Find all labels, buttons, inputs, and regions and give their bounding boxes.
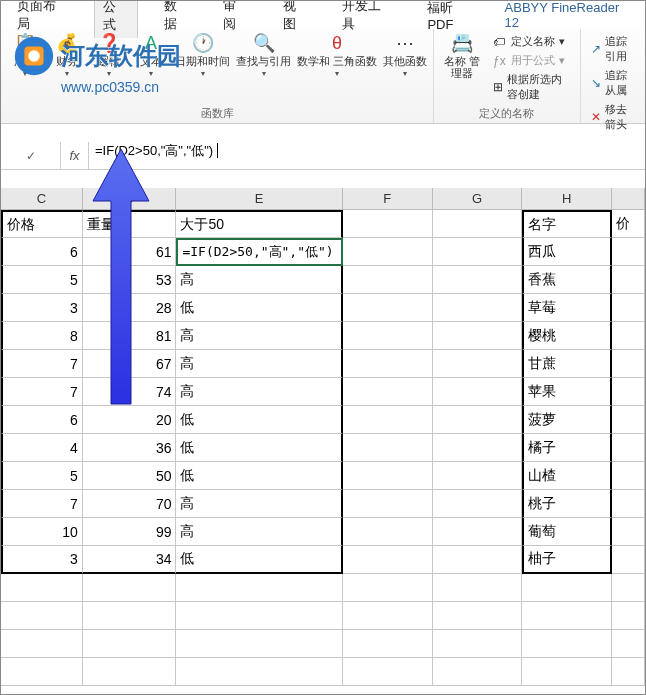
cell[interactable] — [433, 602, 523, 630]
cell[interactable]: 葡萄 — [522, 518, 612, 546]
col-header-G[interactable]: G — [433, 188, 523, 210]
cell[interactable] — [83, 602, 177, 630]
cell[interactable]: 7 — [1, 350, 83, 378]
col-header-E[interactable]: E — [176, 188, 342, 210]
cell[interactable] — [343, 266, 433, 294]
btn-name-manager[interactable]: 📇名称 管理器 — [440, 33, 483, 79]
cell[interactable] — [176, 658, 342, 686]
cell[interactable] — [433, 518, 523, 546]
cell[interactable]: 高 — [176, 518, 342, 546]
cell[interactable]: 61 — [83, 238, 177, 266]
cell[interactable] — [612, 630, 645, 658]
cell[interactable] — [1, 658, 83, 686]
cell[interactable] — [612, 350, 645, 378]
cell[interactable] — [522, 602, 612, 630]
cell[interactable] — [343, 406, 433, 434]
cell[interactable]: 价 — [612, 210, 645, 238]
btn-define-name[interactable]: 🏷定义名称 ▾ — [489, 33, 573, 50]
btn-use-in-formula[interactable]: ƒx用于公式 ▾ — [489, 52, 573, 69]
cell[interactable] — [433, 434, 523, 462]
btn-datetime[interactable]: 🕐日期和时间▾ — [175, 33, 230, 78]
cell[interactable] — [1, 602, 83, 630]
cell[interactable]: 低 — [176, 294, 342, 322]
cell[interactable]: 菠萝 — [522, 406, 612, 434]
fx-icon[interactable]: fx — [61, 142, 89, 169]
cell[interactable]: 樱桃 — [522, 322, 612, 350]
cell[interactable] — [433, 630, 523, 658]
btn-math[interactable]: θ数学和 三角函数▾ — [297, 33, 377, 78]
cell[interactable]: 28 — [83, 294, 177, 322]
cell[interactable] — [343, 574, 433, 602]
cell[interactable] — [612, 406, 645, 434]
btn-morefuncs[interactable]: ⋯其他函数▾ — [383, 33, 427, 78]
cell[interactable] — [176, 574, 342, 602]
cell[interactable]: 高 — [176, 266, 342, 294]
cell[interactable]: 99 — [83, 518, 177, 546]
cell[interactable]: 高 — [176, 490, 342, 518]
cell[interactable]: 苹果 — [522, 378, 612, 406]
cell[interactable] — [343, 546, 433, 574]
cell[interactable]: 5 — [1, 462, 83, 490]
cell[interactable]: 价格 — [1, 210, 83, 238]
cell[interactable]: 81 — [83, 322, 177, 350]
cell[interactable]: 70 — [83, 490, 177, 518]
col-header-F[interactable]: F — [343, 188, 433, 210]
cell[interactable] — [176, 630, 342, 658]
cell[interactable] — [343, 322, 433, 350]
cell[interactable]: 8 — [1, 322, 83, 350]
cell[interactable]: 3 — [1, 294, 83, 322]
cell[interactable] — [83, 658, 177, 686]
cell[interactable] — [83, 630, 177, 658]
cell-editing[interactable]: =IF(D2>50,"高","低") — [176, 238, 342, 266]
cell[interactable] — [343, 210, 433, 238]
spreadsheet-grid[interactable]: C D E F G H 价格重量大于50名字价661=IF(D2>50,"高",… — [1, 188, 645, 686]
cell[interactable] — [343, 434, 433, 462]
cell[interactable]: 5 — [1, 266, 83, 294]
cell[interactable] — [343, 518, 433, 546]
cell[interactable] — [343, 490, 433, 518]
cell[interactable] — [522, 574, 612, 602]
cell[interactable] — [612, 378, 645, 406]
cell[interactable]: 低 — [176, 462, 342, 490]
cell[interactable] — [612, 602, 645, 630]
cell[interactable] — [433, 210, 523, 238]
cell[interactable] — [522, 658, 612, 686]
cell[interactable] — [612, 658, 645, 686]
col-header-H[interactable]: H — [522, 188, 612, 210]
cell[interactable] — [343, 350, 433, 378]
cell[interactable]: 柚子 — [522, 546, 612, 574]
cell[interactable] — [176, 602, 342, 630]
formula-input[interactable]: =IF(D2>50,"高","低") — [89, 142, 645, 169]
cell[interactable] — [612, 294, 645, 322]
cell[interactable] — [612, 490, 645, 518]
cell[interactable] — [612, 434, 645, 462]
cell[interactable]: 4 — [1, 434, 83, 462]
btn-remove-arrows[interactable]: ✕移去箭头 — [587, 101, 639, 133]
cell[interactable]: 67 — [83, 350, 177, 378]
cell[interactable] — [433, 490, 523, 518]
btn-logical[interactable]: ❓逻辑▾ — [91, 33, 127, 78]
cell[interactable] — [612, 322, 645, 350]
cell[interactable] — [522, 630, 612, 658]
cell[interactable] — [343, 602, 433, 630]
cell[interactable]: 甘蔗 — [522, 350, 612, 378]
cell[interactable] — [433, 658, 523, 686]
cell[interactable]: 香蕉 — [522, 266, 612, 294]
cell[interactable]: 低 — [176, 434, 342, 462]
cell[interactable]: 高 — [176, 350, 342, 378]
cell[interactable]: 名字 — [522, 210, 612, 238]
cell[interactable] — [343, 378, 433, 406]
cell[interactable]: 53 — [83, 266, 177, 294]
cell[interactable] — [433, 378, 523, 406]
cell[interactable]: 20 — [83, 406, 177, 434]
cell[interactable]: 高 — [176, 322, 342, 350]
cell[interactable] — [612, 546, 645, 574]
cell[interactable] — [1, 630, 83, 658]
cell[interactable]: 橘子 — [522, 434, 612, 462]
cell[interactable]: 大于50 — [176, 210, 342, 238]
cell[interactable] — [612, 574, 645, 602]
cell[interactable]: 山楂 — [522, 462, 612, 490]
cell[interactable]: 50 — [83, 462, 177, 490]
cell[interactable] — [83, 574, 177, 602]
cell[interactable] — [343, 658, 433, 686]
